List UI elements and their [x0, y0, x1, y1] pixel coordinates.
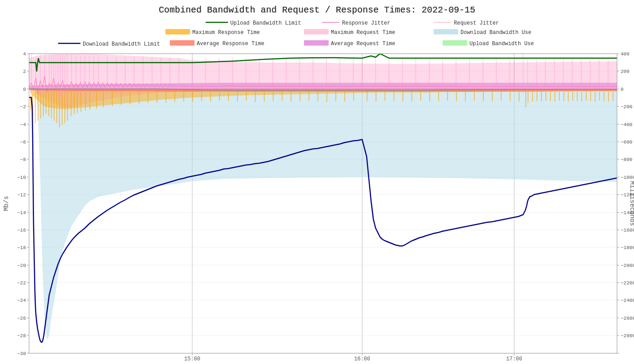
- svg-text:−30: −30: [17, 351, 26, 356]
- svg-text:Response Jitter: Response Jitter: [342, 20, 390, 26]
- svg-rect-59: [74, 92, 75, 114]
- svg-rect-100: [420, 92, 421, 101]
- svg-text:−2: −2: [20, 104, 26, 110]
- svg-rect-6: [165, 29, 190, 34]
- svg-text:−14: −14: [17, 210, 26, 216]
- svg-rect-60: [77, 92, 78, 113]
- svg-rect-107: [483, 92, 484, 101]
- svg-rect-82: [255, 92, 256, 102]
- svg-text:−22: −22: [17, 280, 26, 286]
- svg-text:Upload Bandwidth Use: Upload Bandwidth Use: [469, 41, 534, 47]
- svg-rect-119: [554, 92, 555, 102]
- svg-text:0: 0: [621, 87, 624, 92]
- svg-rect-16: [304, 40, 329, 46]
- svg-text:−26: −26: [17, 316, 26, 321]
- svg-rect-75: [192, 92, 193, 102]
- svg-rect-112: [525, 89, 526, 107]
- svg-rect-128: [595, 92, 596, 102]
- svg-text:−16: −16: [17, 228, 26, 233]
- svg-text:4: 4: [23, 51, 26, 57]
- svg-text:15:00: 15:00: [184, 356, 200, 362]
- svg-rect-89: [317, 92, 318, 102]
- svg-rect-71: [156, 92, 157, 103]
- svg-rect-73: [174, 92, 175, 102]
- svg-rect-69: [139, 92, 139, 104]
- svg-text:−1600: −1600: [621, 228, 634, 233]
- svg-text:0: 0: [23, 87, 26, 92]
- svg-text:Download Bandwidth Limit: Download Bandwidth Limit: [83, 41, 160, 47]
- svg-rect-109: [501, 92, 502, 101]
- svg-rect-48: [43, 92, 44, 116]
- svg-rect-111: [519, 92, 520, 102]
- svg-rect-127: [590, 92, 591, 101]
- svg-text:−28: −28: [17, 333, 26, 339]
- svg-rect-92: [344, 92, 345, 102]
- svg-rect-66: [112, 92, 113, 106]
- svg-text:Download Bandwidth Use: Download Bandwidth Use: [461, 30, 531, 36]
- svg-text:−200: −200: [621, 104, 632, 110]
- svg-text:Average Request Time: Average Request Time: [331, 41, 395, 47]
- svg-rect-116: [541, 92, 542, 102]
- svg-rect-96: [385, 92, 385, 101]
- svg-rect-86: [291, 92, 292, 102]
- svg-rect-46: [38, 92, 38, 121]
- svg-text:2: 2: [23, 69, 26, 74]
- svg-rect-14: [170, 40, 194, 46]
- svg-text:−6: −6: [20, 140, 26, 145]
- chart-container: Combined Bandwidth and Request / Respons…: [0, 0, 634, 364]
- svg-rect-103: [447, 92, 448, 101]
- svg-rect-67: [121, 92, 122, 105]
- chart-svg: Combined Bandwidth and Request / Respons…: [0, 0, 634, 364]
- svg-text:16:00: 16:00: [354, 356, 370, 362]
- svg-rect-45: [35, 92, 36, 123]
- svg-text:−10: −10: [17, 175, 26, 180]
- svg-rect-126: [586, 92, 587, 101]
- svg-text:−1000: −1000: [621, 175, 634, 180]
- svg-rect-80: [237, 92, 238, 102]
- svg-rect-118: [550, 92, 551, 101]
- svg-text:Average Response Time: Average Response Time: [197, 41, 264, 47]
- svg-rect-49: [46, 92, 46, 114]
- svg-rect-87: [300, 92, 300, 101]
- svg-text:−600: −600: [621, 140, 632, 145]
- svg-text:17:00: 17:00: [506, 356, 522, 362]
- svg-rect-74: [183, 92, 184, 102]
- svg-text:−2000: −2000: [621, 263, 634, 268]
- svg-rect-122: [568, 92, 569, 102]
- svg-text:200: 200: [621, 69, 630, 74]
- svg-rect-110: [510, 92, 511, 101]
- svg-rect-98: [402, 92, 403, 102]
- svg-rect-8: [304, 29, 329, 34]
- svg-rect-108: [492, 92, 493, 102]
- svg-rect-93: [353, 92, 354, 101]
- svg-rect-85: [282, 92, 283, 101]
- svg-rect-121: [563, 92, 564, 101]
- svg-rect-124: [577, 92, 578, 101]
- svg-rect-106: [474, 92, 475, 101]
- svg-rect-76: [201, 92, 202, 101]
- svg-rect-125: [581, 92, 582, 102]
- svg-text:−4: −4: [20, 122, 26, 127]
- svg-rect-77: [210, 92, 211, 102]
- svg-rect-72: [165, 92, 166, 102]
- svg-text:−1800: −1800: [621, 245, 634, 250]
- svg-text:−2200: −2200: [621, 280, 634, 286]
- svg-rect-99: [411, 92, 412, 101]
- svg-text:−400: −400: [621, 122, 632, 127]
- svg-rect-105: [465, 92, 466, 102]
- svg-text:400: 400: [621, 51, 630, 57]
- svg-text:−18: −18: [17, 245, 26, 250]
- svg-text:−2800: −2800: [621, 333, 634, 339]
- svg-rect-78: [219, 92, 220, 101]
- svg-text:−800: −800: [621, 157, 632, 162]
- svg-rect-130: [604, 92, 604, 101]
- svg-rect-79: [228, 92, 229, 101]
- svg-text:Maximum Request Time: Maximum Request Time: [331, 30, 395, 36]
- svg-rect-88: [309, 92, 309, 101]
- svg-rect-123: [572, 92, 573, 101]
- svg-rect-120: [559, 92, 560, 101]
- svg-rect-129: [599, 92, 600, 101]
- svg-text:Upload Bandwidth Limit: Upload Bandwidth Limit: [230, 20, 301, 26]
- svg-rect-131: [608, 92, 609, 102]
- svg-rect-54: [59, 92, 60, 127]
